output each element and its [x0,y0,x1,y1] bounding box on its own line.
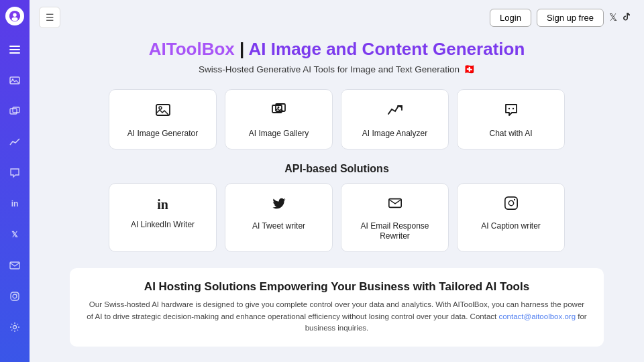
svg-point-25 [513,198,515,200]
tool-card-ai-image-generator[interactable]: AI Image Generator [109,89,217,149]
api-section-title: API-based Solutions [284,163,389,175]
svg-rect-4 [9,49,20,50]
sidebar-icon-chart[interactable] [5,133,24,152]
page-content: AIToolBox | AI Image and Content Generat… [30,32,644,362]
tool-label-ai-image-analyzer: AI Image Analyzer [362,129,427,139]
api-label-linkedin-writer: AI LinkedIn Writer [131,220,195,231]
api-icon-email-response [388,196,402,215]
api-icon-caption-writer [504,196,519,215]
bottom-section: AI Hosting Solutions Empowering Your Bus… [70,268,604,347]
tool-card-ai-image-gallery[interactable]: AI Image Gallery [225,89,333,149]
sidebar-icon-gallery[interactable] [5,102,24,121]
tool-card-ai-image-analyzer[interactable]: AI Image Analyzer [341,89,449,149]
api-card-tweet-writer[interactable]: AI Tweet writer [225,183,333,252]
login-button[interactable]: Login [490,9,531,27]
svg-point-2 [12,17,18,21]
tool-icon-ai-image-generator [155,102,171,122]
tiktok-social-icon[interactable] [623,12,632,23]
api-tools-grid: in AI LinkedIn Writer AI Tweet writer AI… [109,183,565,252]
signup-button[interactable]: Sign up free [537,9,604,27]
menu-button[interactable]: ☰ [39,7,60,28]
tool-label-ai-image-gallery: AI Image Gallery [249,129,309,139]
svg-rect-23 [504,196,517,208]
svg-point-12 [13,294,17,298]
sidebar-icon-chat[interactable] [5,164,24,182]
bottom-description: Our Swiss-hosted AI hardware is designed… [86,299,588,335]
sidebar: in 𝕏 [0,0,30,362]
svg-point-21 [512,108,513,109]
api-label-tweet-writer: AI Tweet writer [252,221,305,232]
x-social-icon[interactable]: 𝕏 [609,11,617,23]
svg-point-20 [508,108,509,109]
sidebar-icon-mail[interactable] [5,256,24,275]
sidebar-icon-twitter[interactable]: 𝕏 [5,225,24,244]
bottom-title: AI Hosting Solutions Empowering Your Bus… [86,280,588,294]
api-card-email-response[interactable]: AI Email Response Rewriter [341,183,449,252]
svg-rect-11 [11,292,19,300]
sidebar-icon-instagram[interactable] [5,287,24,306]
api-icon-linkedin-writer: in [157,196,168,213]
svg-point-16 [159,107,162,109]
sidebar-icon-menu[interactable] [5,40,24,59]
svg-rect-9 [13,107,19,113]
sidebar-logo[interactable] [5,7,24,25]
svg-rect-8 [10,109,17,114]
svg-point-24 [508,200,513,205]
sidebar-icon-linkedin[interactable]: in [5,194,24,213]
svg-point-14 [13,326,17,329]
api-card-linkedin-writer[interactable]: in AI LinkedIn Writer [109,183,217,252]
sidebar-icon-settings[interactable] [5,318,24,337]
page-title: AIToolBox | AI Image and Content Generat… [149,39,525,60]
svg-point-19 [277,107,279,109]
api-label-caption-writer: AI Caption writer [481,221,541,232]
tool-icon-chat-with-ai [503,102,519,122]
api-icon-tweet-writer [272,196,286,215]
tool-label-chat-with-ai: Chat with AI [489,129,532,139]
tool-label-ai-image-generator: AI Image Generator [127,129,198,139]
api-label-email-response: AI Email Response Rewriter [348,221,441,242]
api-card-caption-writer[interactable]: AI Caption writer [457,183,565,252]
tool-card-chat-with-ai[interactable]: Chat with AI [457,89,565,149]
hero-subtitle: Swiss-Hosted Generative AI Tools for Ima… [199,64,475,74]
tools-grid: AI Image Generator AI Image Gallery AI I… [109,89,565,149]
sidebar-icon-image[interactable] [5,71,24,90]
topnav-actions: Login Sign up free 𝕏 [490,9,632,27]
tool-icon-ai-image-analyzer [387,102,403,122]
svg-rect-22 [388,198,400,207]
svg-point-1 [13,13,16,17]
svg-rect-5 [9,52,20,54]
top-nav: ☰ Login Sign up free 𝕏 [30,0,644,32]
svg-point-13 [17,294,18,295]
main-content: ☰ Login Sign up free 𝕏 AIToolBox | AI Im… [30,0,644,362]
svg-rect-3 [9,46,20,47]
svg-rect-10 [10,262,19,269]
contact-email-link[interactable]: contact@aitoolbox.org [498,312,576,320]
tool-icon-ai-image-gallery [271,102,287,122]
swiss-flag: 🇨🇭 [464,64,475,74]
